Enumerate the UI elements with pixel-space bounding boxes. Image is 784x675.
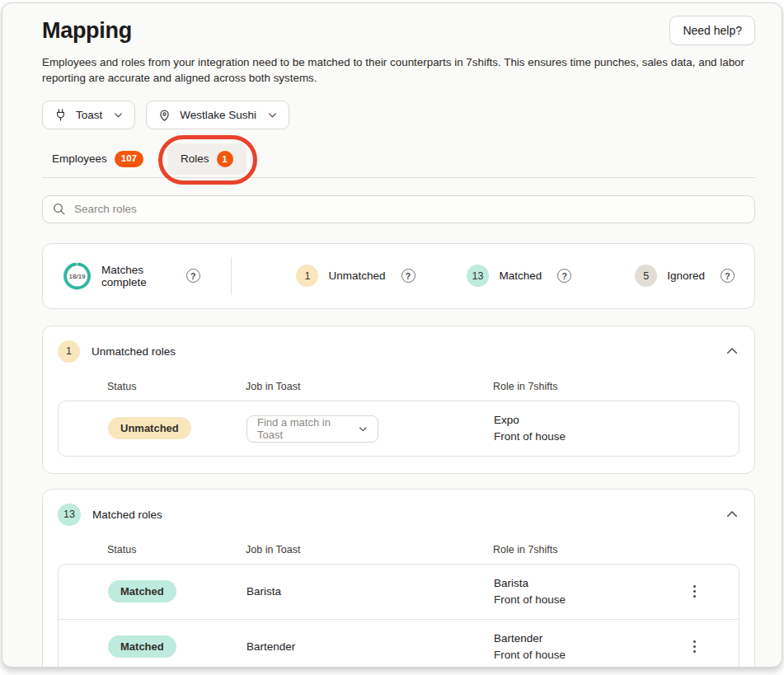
chevron-down-icon	[267, 110, 278, 120]
ignored-stat-label: Ignored	[667, 270, 705, 282]
location-pin-icon	[157, 108, 171, 122]
integration-filter-label: Toast	[76, 109, 102, 121]
table-header-row: Status Job in Toast Role in 7shifts	[58, 381, 739, 401]
matches-complete-stat: 18/19 Matches complete ?	[63, 257, 200, 295]
unmatched-stat-label: Unmatched	[328, 270, 385, 282]
status-badge: Matched	[108, 580, 176, 602]
role-department: Front of house	[494, 430, 686, 443]
unmatched-count-badge: 1	[296, 265, 318, 287]
find-match-placeholder: Find a match in Toast	[257, 416, 355, 441]
role-cell: Bartender Front of house	[494, 632, 686, 661]
matched-stat-label: Matched	[499, 270, 542, 282]
role-cell: Expo Front of house	[494, 414, 686, 443]
table-row: Unmatched Find a match in Toast Expo Fro…	[59, 401, 739, 456]
table-row: Matched Barista Barista Front of house	[59, 565, 739, 619]
column-status: Status	[107, 381, 246, 392]
matched-section-title: Matched roles	[92, 509, 162, 521]
page-header: Mapping Need help?	[42, 16, 755, 45]
help-icon[interactable]: ?	[721, 269, 735, 283]
tab-bar: Employees 107 Roles 1	[42, 143, 755, 178]
role-cell: Barista Front of house	[494, 577, 686, 606]
matches-complete-label: Matches complete	[101, 264, 171, 288]
search-input[interactable]	[74, 203, 745, 215]
chevron-down-icon	[358, 424, 368, 434]
ignored-count-badge: 5	[635, 265, 657, 287]
column-job-in-toast: Job in Toast	[246, 381, 493, 392]
column-role-in-7shifts: Role in 7shifts	[493, 381, 687, 392]
progress-donut-chart: 18/19	[63, 257, 92, 295]
chevron-up-icon[interactable]	[725, 344, 739, 359]
match-summary-card: 18/19 Matches complete ? 1 Unmatched ? 1…	[42, 243, 755, 309]
integration-filter-dropdown[interactable]: Toast	[42, 101, 135, 129]
unmatched-section-title: Unmatched roles	[92, 345, 176, 358]
role-name: Expo	[494, 414, 686, 426]
page-title: Mapping	[42, 16, 132, 44]
search-icon	[52, 202, 66, 216]
role-name: Bartender	[494, 632, 686, 645]
location-filter-dropdown[interactable]: Westlake Sushi	[146, 101, 289, 129]
help-icon[interactable]: ?	[557, 269, 571, 283]
help-icon[interactable]: ?	[401, 269, 415, 283]
role-department: Front of house	[494, 649, 686, 661]
matched-count-badge: 13	[467, 265, 490, 287]
tab-roles[interactable]: Roles 1	[167, 143, 246, 175]
progress-value: 18/19	[69, 273, 87, 280]
chevron-down-icon	[113, 110, 124, 120]
ignored-stat: 5 Ignored ?	[635, 265, 735, 287]
find-match-select[interactable]: Find a match in Toast	[246, 415, 378, 443]
matched-section-header: 13 Matched roles	[58, 504, 739, 526]
unmatched-section-count-badge: 1	[58, 340, 80, 363]
kebab-menu-icon[interactable]	[686, 583, 702, 601]
column-job-in-toast: Job in Toast	[246, 544, 493, 555]
employees-count-badge: 107	[115, 151, 143, 167]
search-box	[42, 195, 755, 223]
filter-bar: Toast Westlake Sushi	[42, 101, 755, 129]
tab-employees[interactable]: Employees 107	[42, 143, 153, 175]
table-row: Matched Bartender Bartender Front of hou…	[59, 619, 739, 668]
role-name: Barista	[494, 577, 686, 589]
app-window: Mapping Need help? Employees and roles f…	[2, 2, 782, 668]
matched-roles-section: 13 Matched roles Status Job in Toast Rol…	[42, 489, 755, 668]
tab-roles-wrapper: Roles 1	[167, 143, 246, 175]
plug-icon	[54, 108, 68, 122]
location-filter-label: Westlake Sushi	[180, 109, 256, 121]
unmatched-roles-table: Unmatched Find a match in Toast Expo Fro…	[58, 401, 739, 457]
job-name: Barista	[246, 585, 494, 598]
help-icon[interactable]: ?	[186, 269, 200, 283]
matched-roles-table: Matched Barista Barista Front of house M…	[58, 564, 739, 668]
roles-count-badge: 1	[217, 151, 233, 167]
page-description: Employees and roles from your integratio…	[42, 54, 755, 87]
unmatched-stat: 1 Unmatched ?	[296, 265, 415, 287]
kebab-menu-icon[interactable]	[686, 637, 702, 655]
table-header-row: Status Job in Toast Role in 7shifts	[58, 544, 739, 564]
matched-stat: 13 Matched ?	[467, 265, 572, 287]
need-help-button[interactable]: Need help?	[669, 16, 755, 45]
matched-section-count-badge: 13	[58, 504, 81, 526]
tab-employees-label: Employees	[52, 152, 107, 165]
status-badge: Matched	[108, 635, 176, 658]
job-name: Bartender	[246, 640, 494, 653]
unmatched-section-header: 1 Unmatched roles	[58, 340, 739, 363]
role-department: Front of house	[494, 593, 686, 606]
tab-roles-label: Roles	[181, 152, 209, 165]
unmatched-roles-section: 1 Unmatched roles Status Job in Toast Ro…	[42, 326, 755, 474]
column-role-in-7shifts: Role in 7shifts	[493, 544, 687, 555]
column-status: Status	[107, 544, 246, 555]
divider	[231, 257, 232, 295]
chevron-up-icon[interactable]	[725, 507, 739, 522]
page-content: Mapping Need help? Employees and roles f…	[2, 3, 782, 668]
status-badge: Unmatched	[108, 417, 191, 439]
